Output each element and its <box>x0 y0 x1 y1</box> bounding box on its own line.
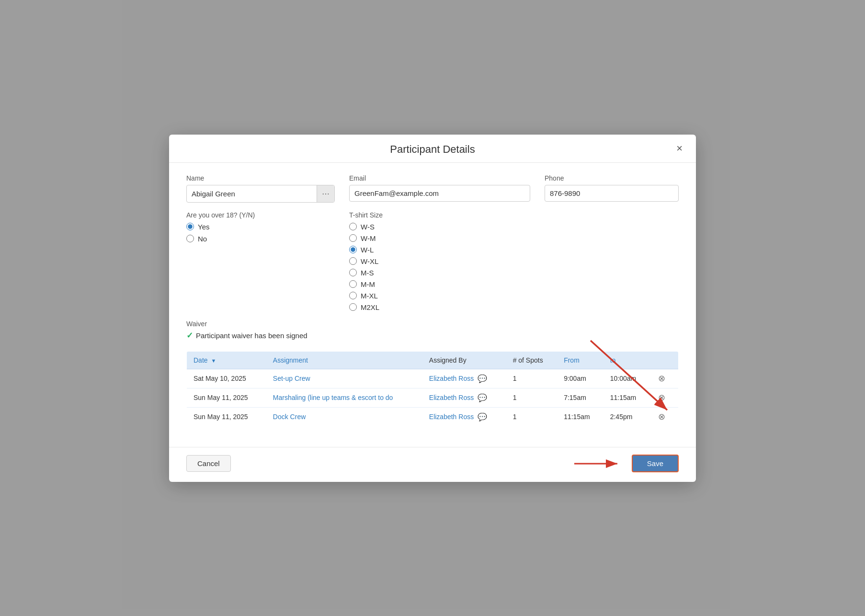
save-button[interactable]: Save <box>632 455 679 472</box>
tshirt-mm-label: M-M <box>361 280 375 288</box>
tshirt-wxl-option[interactable]: W-XL <box>349 257 679 265</box>
waiver-status-text: Participant waiver has been signed <box>196 331 307 340</box>
age-tshirt-row: Are you over 18? (Y/N) Yes No T-shirt Si <box>186 211 679 311</box>
col-to: to <box>603 351 650 369</box>
name-input[interactable] <box>187 186 317 202</box>
tshirt-wl-option[interactable]: W-L <box>349 246 679 254</box>
tshirt-wm-label: W-M <box>361 234 376 242</box>
modal-overlay: Participant Details × Name ⋯ Email <box>0 0 865 616</box>
col-assigned-by: Assigned By <box>422 351 506 369</box>
row2-assignment: Marshaling (line up teams & escort to do <box>266 388 422 407</box>
age-yes-radio[interactable] <box>186 223 194 230</box>
row1-assigned-by: Elizabeth Ross 💬 <box>422 369 506 388</box>
row2-remove-button[interactable]: ⊗ <box>656 393 667 402</box>
name-group: Name ⋯ <box>186 174 335 203</box>
age-no-radio[interactable] <box>186 235 194 242</box>
modal-body: Name ⋯ Email Phone Are yo <box>169 163 696 447</box>
age-yes-option[interactable]: Yes <box>186 223 335 231</box>
row2-spots: 1 <box>506 388 558 407</box>
modal-footer: Cancel Save <box>169 447 696 482</box>
tshirt-m2xl-radio[interactable] <box>349 303 357 311</box>
tshirt-wm-radio[interactable] <box>349 234 357 242</box>
waiver-label: Waiver <box>186 320 679 328</box>
tshirt-ms-option[interactable]: M-S <box>349 269 679 277</box>
close-button[interactable]: × <box>673 142 685 155</box>
row1-date: Sat May 10, 2025 <box>187 369 266 388</box>
check-icon: ✓ <box>186 331 193 341</box>
row1-to: 10:00am <box>603 369 650 388</box>
row1-assignment-link[interactable]: Set-up Crew <box>273 375 310 382</box>
tshirt-ws-option[interactable]: W-S <box>349 223 679 231</box>
modal-header: Participant Details × <box>169 135 696 163</box>
table-row: Sun May 11, 2025 Dock Crew Elizabeth Ros… <box>187 407 679 426</box>
cancel-button[interactable]: Cancel <box>186 455 231 472</box>
tshirt-wl-radio[interactable] <box>349 246 357 253</box>
table-row: Sun May 11, 2025 Marshaling (line up tea… <box>187 388 679 407</box>
tshirt-m2xl-label: M2XL <box>361 303 379 311</box>
row2-from: 7:15am <box>557 388 603 407</box>
assignments-table: Date ▼ Assignment Assigned By # of Spots… <box>186 351 679 427</box>
save-arrow-annotation <box>569 454 627 473</box>
age-no-option[interactable]: No <box>186 235 335 243</box>
name-email-phone-row: Name ⋯ Email Phone <box>186 174 679 203</box>
tshirt-wl-label: W-L <box>361 246 374 254</box>
tshirt-mm-radio[interactable] <box>349 280 357 288</box>
tshirt-ws-radio[interactable] <box>349 223 357 230</box>
waiver-status: ✓ Participant waiver has been signed <box>186 331 679 341</box>
row2-to: 11:15am <box>603 388 650 407</box>
age-no-label: No <box>198 235 207 243</box>
row3-assignment-link[interactable]: Dock Crew <box>273 413 306 421</box>
tshirt-ms-radio[interactable] <box>349 269 357 276</box>
age-group: Are you over 18? (Y/N) Yes No <box>186 211 335 311</box>
row2-date: Sun May 11, 2025 <box>187 388 266 407</box>
tshirt-mxl-option[interactable]: M-XL <box>349 292 679 300</box>
email-group: Email <box>349 174 530 203</box>
row3-to: 2:45pm <box>603 407 650 426</box>
table-header: Date ▼ Assignment Assigned By # of Spots… <box>187 351 679 369</box>
row1-assignment: Set-up Crew <box>266 369 422 388</box>
age-label: Are you over 18? (Y/N) <box>186 211 335 219</box>
tshirt-radio-group: W-S W-M W-L W-XL <box>349 223 679 311</box>
row1-action: ⊗ <box>649 369 678 388</box>
modal-title: Participant Details <box>390 143 475 156</box>
age-radio-group: Yes No <box>186 223 335 243</box>
tshirt-label: T-shirt Size <box>349 211 679 219</box>
row3-assigned-by: Elizabeth Ross 💬 <box>422 407 506 426</box>
row3-from: 11:15am <box>557 407 603 426</box>
comment-icon[interactable]: 💬 <box>478 412 487 422</box>
tshirt-mxl-radio[interactable] <box>349 292 357 299</box>
waiver-section: Waiver ✓ Participant waiver has been sig… <box>186 320 679 341</box>
tshirt-ms-label: M-S <box>361 269 374 277</box>
row2-assigned-by: Elizabeth Ross 💬 <box>422 388 506 407</box>
email-input[interactable] <box>349 185 530 202</box>
table-body: Sat May 10, 2025 Set-up Crew Elizabeth R… <box>187 369 679 426</box>
tshirt-wxl-radio[interactable] <box>349 257 357 265</box>
row2-assignment-link[interactable]: Marshaling (line up teams & escort to do <box>273 394 393 401</box>
email-label: Email <box>349 174 530 182</box>
comment-icon[interactable]: 💬 <box>478 374 487 383</box>
col-date[interactable]: Date ▼ <box>187 351 266 369</box>
tshirt-group: T-shirt Size W-S W-M W-L <box>349 211 679 311</box>
tshirt-mxl-label: M-XL <box>361 292 378 300</box>
tshirt-m2xl-option[interactable]: M2XL <box>349 303 679 311</box>
row3-remove-button[interactable]: ⊗ <box>656 412 667 421</box>
row1-from: 9:00am <box>557 369 603 388</box>
tshirt-wxl-label: W-XL <box>361 257 378 265</box>
phone-label: Phone <box>545 174 679 182</box>
row1-remove-button[interactable]: ⊗ <box>656 374 667 383</box>
comment-icon[interactable]: 💬 <box>478 393 487 402</box>
col-spots: # of Spots <box>506 351 558 369</box>
col-from: From <box>557 351 603 369</box>
tshirt-wm-option[interactable]: W-M <box>349 234 679 242</box>
phone-group: Phone <box>545 174 679 203</box>
phone-input[interactable] <box>545 185 679 202</box>
col-action <box>649 351 678 369</box>
age-yes-label: Yes <box>198 223 209 231</box>
tshirt-ws-label: W-S <box>361 223 375 231</box>
tshirt-mm-option[interactable]: M-M <box>349 280 679 288</box>
participant-details-modal: Participant Details × Name ⋯ Email <box>169 135 696 482</box>
name-label: Name <box>186 174 335 182</box>
name-icon-button[interactable]: ⋯ <box>317 185 334 202</box>
row3-assigned-by-name: Elizabeth Ross <box>429 413 474 421</box>
row3-action: ⊗ <box>649 407 678 426</box>
